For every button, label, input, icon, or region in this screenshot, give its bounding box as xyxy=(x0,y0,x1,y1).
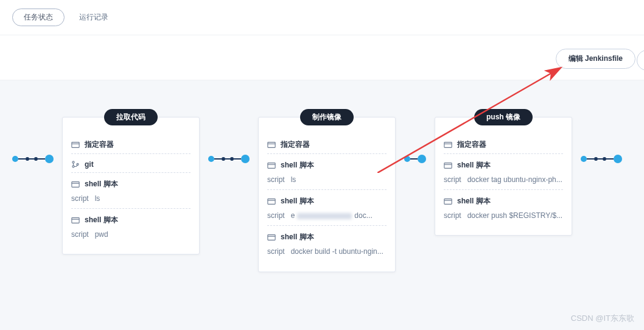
svg-rect-15 xyxy=(268,235,275,240)
stage-card[interactable]: push 镜像 指定容器 shell 脚本 scriptdocker tag u… xyxy=(435,117,572,236)
stage-title: 制作镜像 xyxy=(300,109,354,125)
toolbar-button-partial[interactable] xyxy=(637,50,644,71)
shell-icon xyxy=(444,197,452,206)
svg-rect-7 xyxy=(72,217,79,223)
container-label: 指定容器 xyxy=(85,139,114,150)
top-tabs: 任务状态 运行记录 xyxy=(0,0,644,35)
step-script: scriptpwd xyxy=(71,229,191,240)
stage-card[interactable]: 拉取代码 指定容器 git shell 脚本 scriptls xyxy=(62,117,200,255)
shell-icon xyxy=(267,161,276,170)
step-label: shell 脚本 xyxy=(457,160,491,170)
step-label: shell 脚本 xyxy=(281,160,314,170)
tab-run-log[interactable]: 运行记录 xyxy=(79,12,108,23)
connector xyxy=(581,155,622,163)
shell-icon xyxy=(267,197,276,206)
git-icon xyxy=(71,160,80,169)
tab-task-status[interactable]: 任务状态 xyxy=(12,9,65,26)
svg-rect-13 xyxy=(268,198,275,204)
stage-card[interactable]: 制作镜像 指定容器 shell 脚本 scriptls shell 脚本 xyxy=(258,117,396,272)
watermark: CSDN @IT东东歌 xyxy=(571,313,634,324)
step-script: scriptdocker tag ubuntu-nginx-ph... xyxy=(444,174,563,186)
pipeline-canvas: 拉取代码 指定容器 git shell 脚本 scriptls xyxy=(0,80,644,284)
toolbar: 编辑 Jenkinsfile xyxy=(0,35,644,80)
edit-jenkinsfile-button[interactable]: 编辑 Jenkinsfile xyxy=(556,49,635,69)
step-label: git xyxy=(85,160,94,169)
svg-rect-5 xyxy=(72,181,79,187)
step-label: shell 脚本 xyxy=(281,196,314,206)
container-label: 指定容器 xyxy=(457,139,486,150)
step-script: scriptls xyxy=(71,193,191,205)
container-icon xyxy=(71,141,80,149)
shell-icon xyxy=(71,180,80,189)
svg-rect-11 xyxy=(268,163,275,168)
svg-rect-21 xyxy=(444,198,452,204)
step-script: scriptdocker build -t ubuntu-ngin... xyxy=(267,246,387,258)
step-label: shell 脚本 xyxy=(457,196,491,206)
container-icon xyxy=(267,141,276,149)
svg-point-3 xyxy=(72,166,74,167)
container-label: 指定容器 xyxy=(281,139,310,150)
svg-rect-17 xyxy=(444,142,452,147)
shell-icon xyxy=(444,161,452,170)
shell-icon xyxy=(71,216,80,225)
step-script: scriptdocker push $REGISTRY/$... xyxy=(444,210,563,222)
stage-title: push 镜像 xyxy=(474,109,533,125)
svg-point-2 xyxy=(72,161,74,163)
svg-rect-19 xyxy=(444,163,452,168)
step-label: shell 脚本 xyxy=(85,215,118,225)
connector xyxy=(404,155,426,163)
step-script: scriptedoc... xyxy=(267,210,387,222)
step-label: shell 脚本 xyxy=(85,179,118,189)
svg-rect-0 xyxy=(72,142,79,147)
connector xyxy=(208,155,250,163)
stage-title: 拉取代码 xyxy=(104,109,158,125)
container-icon xyxy=(444,141,452,149)
step-script: scriptls xyxy=(267,174,387,186)
svg-rect-9 xyxy=(268,142,275,147)
step-label: shell 脚本 xyxy=(281,232,314,242)
shell-icon xyxy=(267,233,276,242)
connector xyxy=(12,155,54,163)
